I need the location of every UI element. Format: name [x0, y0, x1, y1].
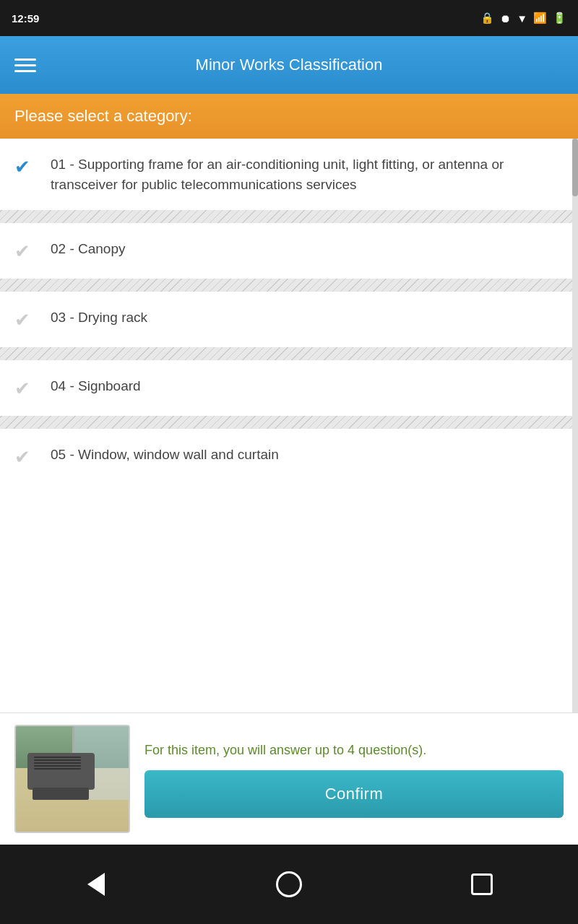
app-bar: Minor Works Classification [0, 36, 578, 94]
record-icon: ⏺ [500, 12, 511, 25]
home-button[interactable] [267, 863, 311, 906]
divider-02 [0, 279, 578, 292]
list-item[interactable]: ✔ 02 - Canopy [0, 223, 578, 279]
back-button[interactable] [74, 863, 118, 906]
category-header-text: Please select a category: [14, 107, 192, 125]
lock-icon: 🔒 [480, 12, 494, 25]
item-05-label: 05 - Window, window wall and curtain [51, 445, 566, 465]
battery-icon: 🔋 [553, 12, 566, 25]
list-item[interactable]: ✔ 01 - Supporting frame for an air-condi… [0, 139, 578, 210]
check-icon-02: ✔ [14, 240, 36, 263]
item-04-label: 04 - Signboard [51, 376, 566, 396]
check-icon-03: ✔ [14, 309, 36, 331]
list-item[interactable]: ✔ 05 - Window, window wall and curtain [0, 429, 578, 484]
item-03-label: 03 - Drying rack [51, 308, 566, 328]
check-icon-04: ✔ [14, 378, 36, 400]
signal-icon: 📶 [533, 12, 547, 25]
status-bar: 12:59 🔒 ⏺ ▼ 📶 🔋 [0, 0, 578, 36]
divider-01 [0, 210, 578, 223]
item-01-label: 01 - Supporting frame for an air-conditi… [51, 154, 566, 194]
confirm-button[interactable]: Confirm [144, 770, 564, 818]
divider-03 [0, 347, 578, 360]
status-time: 12:59 [12, 12, 39, 25]
wifi-icon: ▼ [517, 12, 527, 25]
status-icons: 🔒 ⏺ ▼ 📶 🔋 [480, 12, 566, 25]
navigation-bar [0, 845, 578, 924]
app-bar-title: Minor Works Classification [51, 56, 527, 74]
check-icon-01: ✔ [14, 156, 36, 178]
info-panel: For this item, you will answer up to 4 q… [144, 741, 564, 818]
list-item[interactable]: ✔ 04 - Signboard [0, 360, 578, 416]
list-item[interactable]: ✔ 03 - Drying rack [0, 292, 578, 347]
item-02-label: 02 - Canopy [51, 239, 566, 259]
recents-button[interactable] [460, 863, 504, 906]
divider-04 [0, 416, 578, 429]
hamburger-menu-icon[interactable] [14, 58, 36, 72]
preview-image [14, 725, 130, 833]
bottom-panel: For this item, you will answer up to 4 q… [0, 712, 578, 845]
info-text: For this item, you will answer up to 4 q… [144, 741, 564, 760]
check-icon-05: ✔ [14, 446, 36, 468]
category-header: Please select a category: [0, 94, 578, 139]
